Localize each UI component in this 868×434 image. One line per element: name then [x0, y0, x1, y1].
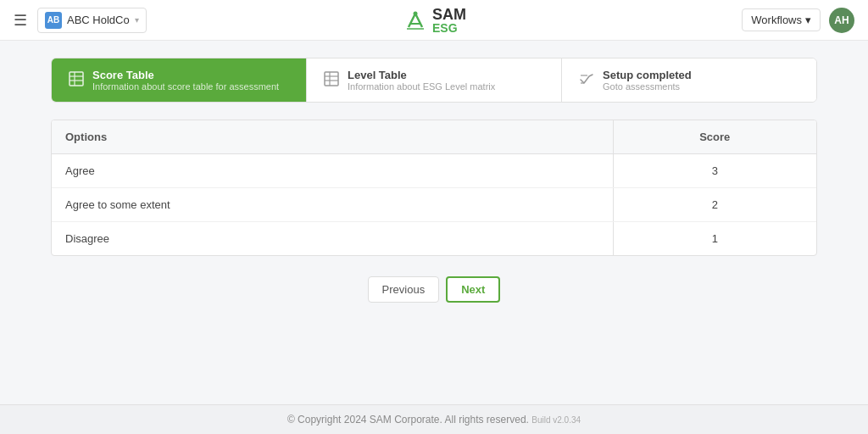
company-avatar: AB — [45, 12, 62, 29]
pagination-bar: Previous Next — [51, 276, 817, 303]
score-table-container: Options Score Agree3Agree to some extent… — [51, 120, 817, 256]
score-table-tab-title: Score Table — [92, 69, 279, 81]
header-right: Workflows ▾ AH — [742, 8, 854, 33]
level-table-tab-content: Level Table Information about ESG Level … — [348, 69, 495, 92]
option-cell: Disagree — [52, 222, 613, 256]
score-cell: 1 — [613, 222, 816, 256]
table-row: Disagree1 — [52, 222, 816, 256]
score-table: Options Score Agree3Agree to some extent… — [52, 120, 816, 255]
score-table-tab-content: Score Table Information about score tabl… — [92, 69, 279, 92]
setup-completed-icon — [579, 71, 594, 90]
options-column-header: Options — [52, 120, 613, 154]
chevron-down-icon: ▾ — [135, 15, 139, 25]
table-row: Agree to some extent2 — [52, 188, 816, 222]
table-row: Agree3 — [52, 154, 816, 188]
score-cell: 2 — [613, 188, 816, 222]
company-selector[interactable]: AB ABC HoldCo ▾ — [37, 8, 147, 33]
svg-rect-1 — [70, 72, 83, 86]
company-name: ABC HoldCo — [67, 14, 130, 26]
level-table-tab-title: Level Table — [348, 69, 495, 81]
workflows-label: Workflows — [751, 14, 802, 26]
next-button[interactable]: Next — [446, 276, 500, 303]
tab-score-table[interactable]: Score Table Information about score tabl… — [52, 58, 307, 102]
app-logo: SAM ESG — [402, 7, 466, 34]
app-header: ☰ AB ABC HoldCo ▾ SAM ESG Workflows ▾ AH — [0, 0, 868, 41]
page-footer: © Copyright 2024 SAM Corporate. All righ… — [0, 404, 868, 434]
header-left: ☰ AB ABC HoldCo ▾ — [14, 8, 147, 33]
setup-completed-tab-subtitle: Goto assessments — [603, 81, 692, 92]
logo-text: SAM ESG — [432, 7, 466, 34]
logo-icon — [402, 7, 429, 34]
main-content: Score Table Information about score tabl… — [0, 41, 868, 337]
previous-button[interactable]: Previous — [368, 276, 440, 303]
score-table-icon — [69, 71, 84, 90]
option-cell: Agree to some extent — [52, 188, 613, 222]
svg-rect-5 — [325, 72, 338, 86]
tab-bar: Score Table Information about score tabl… — [51, 58, 817, 103]
chevron-down-icon: ▾ — [805, 14, 811, 26]
score-table-tab-subtitle: Information about score table for assess… — [92, 81, 279, 92]
tab-setup-completed[interactable]: Setup completed Goto assessments — [562, 58, 816, 102]
option-cell: Agree — [52, 154, 613, 188]
score-column-header: Score — [613, 120, 816, 154]
table-header-row: Options Score — [52, 120, 816, 154]
tab-level-table[interactable]: Level Table Information about ESG Level … — [307, 58, 562, 102]
user-avatar[interactable]: AH — [829, 8, 854, 33]
copyright-text: © Copyright 2024 SAM Corporate. All righ… — [287, 414, 529, 426]
score-cell: 3 — [613, 154, 816, 188]
build-version: Build v2.0.34 — [531, 415, 581, 425]
logo-esg-text: ESG — [432, 22, 466, 34]
svg-point-0 — [414, 11, 418, 15]
level-table-tab-subtitle: Information about ESG Level matrix — [348, 81, 495, 92]
setup-completed-tab-content: Setup completed Goto assessments — [603, 69, 692, 92]
hamburger-menu-icon[interactable]: ☰ — [14, 13, 27, 28]
level-table-icon — [324, 71, 339, 90]
setup-completed-tab-title: Setup completed — [603, 69, 692, 81]
logo-sam-text: SAM — [432, 7, 466, 22]
workflows-button[interactable]: Workflows ▾ — [742, 8, 821, 31]
